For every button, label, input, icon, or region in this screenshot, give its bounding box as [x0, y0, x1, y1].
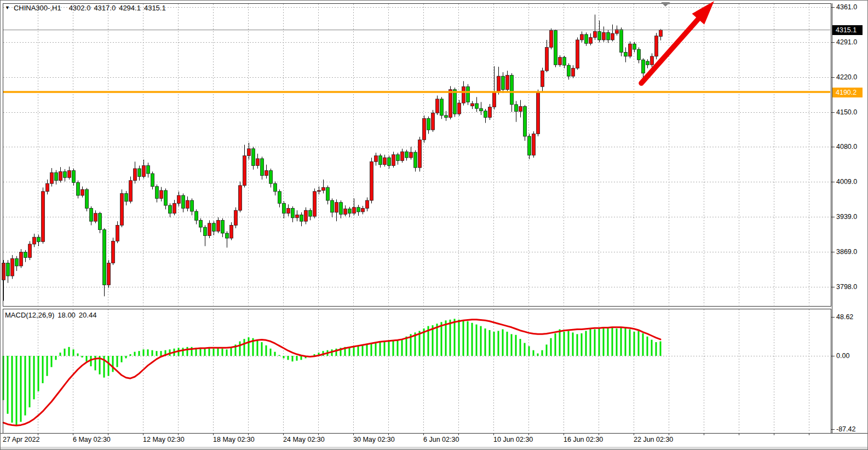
ohlc-low: 4294.1	[119, 4, 141, 12]
chart-title: ▼CHINA300-,H14302.04317.04294.14315.1	[5, 4, 169, 12]
objects-layer	[641, 1, 714, 83]
price-axis-label: 4291.0	[836, 38, 857, 47]
current-price-badge: 4315.1	[832, 25, 863, 35]
time-axis-label: 6 Jun 02:30	[423, 435, 459, 444]
price-axis-label: 4361.0	[836, 3, 857, 11]
candles-layer	[2, 15, 663, 301]
gridlines-layer	[3, 4, 830, 432]
price-axis-label: 3798.0	[836, 282, 857, 291]
time-axis-label: 22 Jun 02:30	[634, 435, 673, 444]
ohlc-open: 4302.0	[69, 4, 91, 12]
trend-arrow-shaft[interactable]	[641, 16, 700, 83]
price-axis-label: 3939.0	[836, 212, 857, 221]
price-axis-label: 4150.0	[836, 108, 857, 117]
price-axis-label: 3869.0	[836, 247, 857, 256]
chart-window: 4361.04291.04220.04150.04080.04009.03939…	[0, 0, 868, 450]
hline-price-badge: 4190.2	[832, 88, 863, 97]
time-axis-label: 18 May 02:30	[213, 435, 255, 444]
window-bottom-edge	[1, 447, 868, 449]
time-axis-label: 27 Apr 2022	[3, 435, 39, 444]
macd-layer	[3, 319, 662, 426]
time-axis-label: 16 Jun 02:30	[564, 435, 603, 444]
time-axis-label: 10 Jun 02:30	[493, 435, 533, 444]
frame-layer	[1, 3, 868, 435]
macd-indicator-label: MACD(12,26,9)18.0020.44	[5, 311, 100, 319]
ohlc-high: 4317.0	[94, 4, 116, 12]
symbol-dropdown-icon: ▼	[5, 5, 10, 10]
macd-signal-line	[3, 320, 660, 425]
price-axis-label: 4009.0	[836, 177, 857, 186]
price-axis-label: 4220.0	[836, 73, 857, 82]
time-axis-label: 12 May 02:30	[143, 435, 185, 444]
macd-main-value: 18.00	[58, 311, 76, 319]
macd-axis-label: 48.62	[836, 313, 853, 321]
time-axis-label: 6 May 02:30	[73, 435, 111, 444]
symbol-label: CHINA300-,H1	[14, 4, 61, 12]
time-axis-label: 30 May 02:30	[353, 435, 395, 444]
price-axis-label: 4080.0	[836, 142, 857, 151]
ohlc-close: 4315.1	[144, 4, 166, 12]
macd-axis-label: -87.42	[836, 425, 855, 434]
macd-signal-value: 20.44	[79, 311, 97, 319]
price-chart-canvas[interactable]	[1, 1, 868, 450]
time-axis-label: 24 May 02:30	[283, 435, 325, 444]
price-lines-layer	[3, 30, 830, 92]
macd-name: MACD(12,26,9)	[5, 311, 54, 319]
macd-axis-label: 0.00	[836, 351, 849, 360]
